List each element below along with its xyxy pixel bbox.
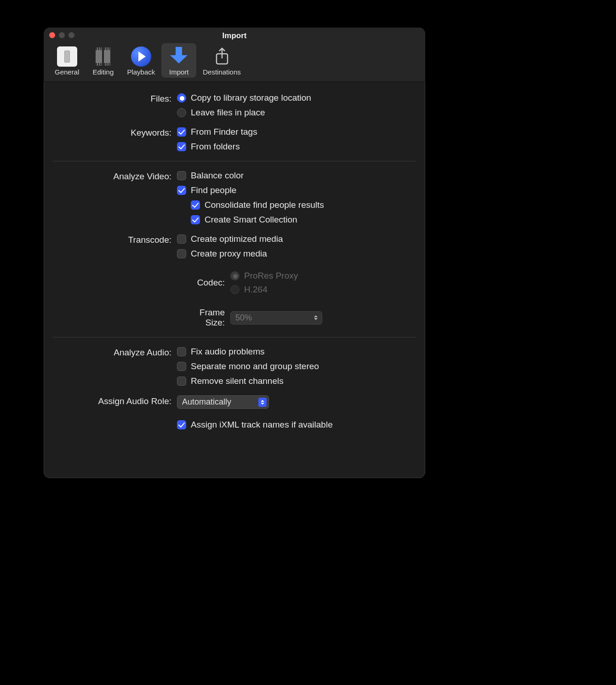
checkbox-icon [177, 249, 186, 258]
option-label: ProRes Proxy [244, 271, 298, 281]
option-label: Create optimized media [191, 234, 283, 244]
option-label: Assign iXML track names if available [191, 420, 333, 430]
select-value: Automatically [182, 397, 231, 407]
tab-label: Playback [127, 68, 155, 76]
checkbox-fix-audio[interactable]: Fix audio problems [177, 347, 416, 357]
checkbox-icon [177, 186, 186, 195]
keywords-label: Keywords: [53, 127, 177, 138]
option-label: Separate mono and group stereo [191, 361, 319, 371]
option-label: Leave files in place [191, 108, 265, 118]
tab-label: Import [169, 68, 189, 76]
radio-icon [230, 271, 240, 280]
tab-label: Editing [92, 68, 114, 76]
content-area: Files: Copy to library storage location … [44, 82, 425, 445]
toolbar: Import General Editing Playback [44, 28, 425, 82]
option-label: H.264 [244, 285, 268, 295]
checkbox-icon [191, 215, 200, 224]
checkbox-consolidate-results[interactable]: Consolidate find people results [191, 200, 416, 210]
transcode-label: Transcode: [53, 234, 177, 245]
radio-icon [230, 285, 240, 294]
checkbox-smart-collection[interactable]: Create Smart Collection [191, 215, 416, 225]
radio-leave-files[interactable]: Leave files in place [177, 108, 416, 118]
tab-import[interactable]: Import [161, 43, 196, 78]
divider [53, 337, 416, 337]
option-label: From folders [191, 142, 240, 152]
tab-destinations[interactable]: Destinations [196, 43, 247, 78]
window-controls [48, 30, 75, 38]
chevron-updown-icon [258, 398, 267, 407]
select-value: 50% [235, 313, 252, 323]
window-title: Import [48, 30, 421, 40]
codec-label: Codec: [179, 278, 230, 288]
close-window-button[interactable] [49, 32, 55, 38]
preferences-window: Import General Editing Playback [44, 28, 425, 478]
radio-icon [177, 93, 186, 103]
option-label: Fix audio problems [191, 347, 265, 357]
destinations-icon [215, 47, 229, 66]
option-label: Balance color [191, 171, 244, 181]
checkbox-finder-tags[interactable]: From Finder tags [177, 127, 416, 137]
checkbox-proxy-media[interactable]: Create proxy media [177, 249, 416, 259]
frame-size-label: Frame Size: [179, 308, 230, 328]
option-label: From Finder tags [191, 127, 257, 137]
radio-h264: H.264 [230, 285, 416, 295]
radio-prores-proxy: ProRes Proxy [230, 271, 416, 281]
option-label: Create proxy media [191, 249, 267, 259]
option-label: Find people [191, 185, 236, 195]
checkbox-optimized-media[interactable]: Create optimized media [177, 234, 416, 244]
assign-audio-role-label: Assign Audio Role: [53, 395, 177, 406]
playback-icon [131, 46, 151, 67]
tab-editing[interactable]: Editing [86, 43, 120, 78]
analyze-video-label: Analyze Video: [53, 171, 177, 182]
chevron-updown-icon [312, 313, 320, 322]
minimize-window-button[interactable] [59, 32, 65, 38]
tab-label: Destinations [203, 68, 241, 76]
assign-audio-role-select[interactable]: Automatically [177, 395, 269, 409]
general-icon [57, 46, 77, 67]
editing-icon [94, 47, 112, 66]
checkbox-icon [177, 377, 186, 386]
tab-general[interactable]: General [48, 43, 86, 78]
radio-copy-to-library[interactable]: Copy to library storage location [177, 93, 416, 103]
checkbox-ixml[interactable]: Assign iXML track names if available [177, 420, 416, 430]
option-label: Copy to library storage location [191, 93, 311, 103]
option-label: Consolidate find people results [205, 200, 324, 210]
toolbar-tabs: General Editing Playback Import [48, 43, 421, 78]
checkbox-icon [177, 362, 186, 371]
checkbox-icon [177, 142, 186, 151]
files-label: Files: [53, 93, 177, 104]
checkbox-separate-mono[interactable]: Separate mono and group stereo [177, 361, 416, 371]
checkbox-remove-silent[interactable]: Remove silent channels [177, 376, 416, 386]
radio-icon [177, 108, 186, 117]
divider [53, 161, 416, 161]
checkbox-balance-color[interactable]: Balance color [177, 171, 416, 181]
checkbox-icon [191, 200, 200, 210]
tab-playback[interactable]: Playback [120, 43, 161, 78]
checkbox-icon [177, 347, 186, 356]
frame-size-select: 50% [230, 311, 322, 325]
option-label: Create Smart Collection [205, 215, 297, 225]
checkbox-icon [177, 420, 186, 429]
import-icon [170, 47, 188, 66]
checkbox-icon [177, 127, 186, 137]
tab-label: General [55, 68, 79, 76]
checkbox-from-folders[interactable]: From folders [177, 142, 416, 152]
checkbox-icon [177, 234, 186, 244]
option-label: Remove silent channels [191, 376, 284, 386]
checkbox-find-people[interactable]: Find people [177, 185, 416, 195]
analyze-audio-label: Analyze Audio: [53, 347, 177, 358]
checkbox-icon [177, 171, 186, 180]
zoom-window-button[interactable] [68, 32, 74, 38]
